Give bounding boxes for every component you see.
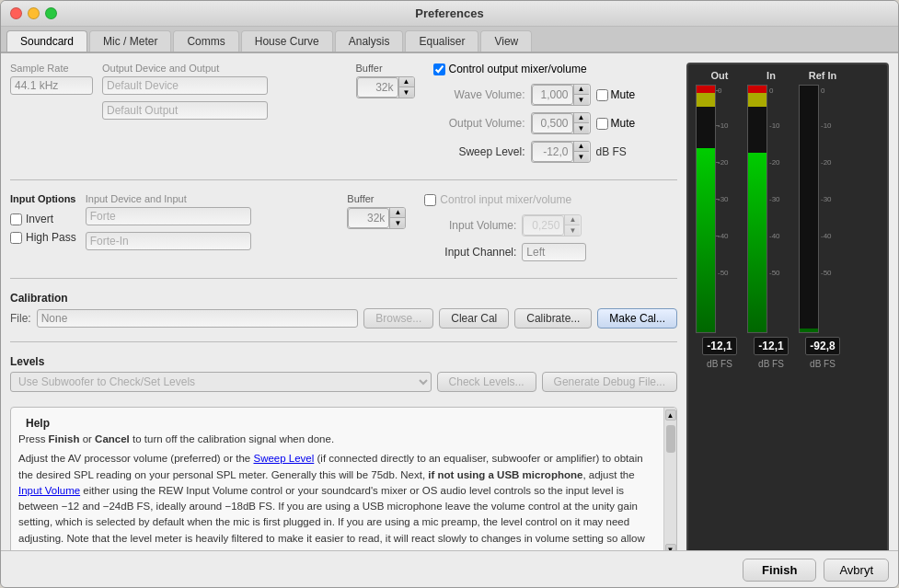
- control-output-checkbox[interactable]: [433, 63, 445, 75]
- buffer-spinbox[interactable]: ▲ ▼: [356, 76, 415, 98]
- levels-section: Levels Use Subwoofer to Check/Set Levels…: [10, 355, 677, 392]
- input-device2-wrapper[interactable]: Forte-In: [86, 232, 339, 250]
- wave-volume-value[interactable]: [532, 85, 573, 105]
- out-green-segment: [697, 148, 716, 332]
- input-device-select[interactable]: Forte: [86, 207, 251, 225]
- sweep-level-value[interactable]: [532, 142, 573, 162]
- input-device2-select[interactable]: Forte-In: [86, 232, 251, 250]
- out-meter-unit: dB FS: [707, 359, 732, 369]
- input-channel-select[interactable]: Left: [522, 243, 586, 261]
- input-channel-wrapper[interactable]: Left: [522, 243, 586, 261]
- input-volume-value[interactable]: [523, 215, 564, 236]
- in-scale: 0 -10 -20 -30 -40 -50: [767, 85, 793, 333]
- output-device-select[interactable]: Default Device: [102, 76, 268, 95]
- output-device-wrapper[interactable]: Default Device: [102, 76, 347, 95]
- ref-green-segment: [800, 329, 819, 332]
- buffer-down-btn[interactable]: ▼: [399, 87, 414, 98]
- in-vol-down[interactable]: ▼: [565, 225, 580, 236]
- input-buf-up[interactable]: ▲: [390, 208, 405, 218]
- tab-mic-meter[interactable]: Mic / Meter: [89, 30, 171, 52]
- cancel-button[interactable]: Avbryt: [824, 559, 889, 582]
- cal-file-input[interactable]: [37, 309, 359, 328]
- out-yellow-segment: [697, 93, 716, 107]
- sample-rate-group: Sample Rate 44.1 kHz: [10, 63, 93, 95]
- input-volume-spinbox[interactable]: ▲ ▼: [522, 214, 582, 236]
- sample-rate-select-wrapper[interactable]: 44.1 kHz: [10, 76, 93, 95]
- generate-debug-button[interactable]: Generate Debug File...: [542, 372, 677, 392]
- make-cal-button[interactable]: Make Cal...: [597, 308, 677, 329]
- scrollbar-thumb[interactable]: [666, 425, 675, 453]
- input-buffer-value[interactable]: [348, 208, 389, 228]
- input-controls-group: Control input mixer/volume Input Volume:…: [424, 193, 677, 265]
- sweep-down[interactable]: ▼: [574, 152, 589, 162]
- maximize-button[interactable]: [45, 7, 57, 19]
- input-buffer-group: Buffer ▲ ▼: [347, 193, 406, 229]
- buffer-value[interactable]: [357, 77, 398, 98]
- wave-vol-down[interactable]: ▼: [574, 95, 589, 105]
- sweep-up[interactable]: ▲: [574, 142, 589, 152]
- out-meter-label: Out: [711, 70, 729, 81]
- browse-button[interactable]: Browse...: [363, 308, 433, 329]
- buffer-group: Buffer ▲ ▼: [356, 63, 415, 98]
- wave-mute-checkbox[interactable]: [596, 89, 608, 101]
- help-content: Press Finish or Cancel to turn off the c…: [18, 432, 656, 550]
- tab-view[interactable]: View: [480, 30, 532, 52]
- invert-checkbox[interactable]: [10, 213, 22, 225]
- tab-equaliser[interactable]: Equaliser: [405, 30, 478, 52]
- tab-soundcard[interactable]: Soundcard: [6, 30, 87, 52]
- input-buffer-label: Buffer: [347, 193, 406, 204]
- in-green-segment: [748, 153, 767, 332]
- minimize-button[interactable]: [28, 7, 40, 19]
- tab-analysis[interactable]: Analysis: [335, 30, 404, 52]
- levels-select-wrapper[interactable]: Use Subwoofer to Check/Set Levels: [10, 372, 432, 392]
- in-meter-value: -12,1: [754, 337, 789, 355]
- output-controls-group: Control output mixer/volume Wave Volume:…: [433, 63, 678, 167]
- out-meter-value: -12,1: [702, 337, 737, 355]
- left-panel: Sample Rate 44.1 kHz Output Device and O…: [10, 63, 677, 550]
- meters-container: Out: [686, 63, 889, 550]
- in-meter-label: In: [766, 70, 776, 81]
- check-levels-button[interactable]: Check Levels...: [437, 372, 536, 392]
- out-vol-down[interactable]: ▼: [574, 123, 589, 133]
- output-mute-checkbox[interactable]: [596, 118, 608, 130]
- high-pass-checkbox[interactable]: [10, 232, 22, 244]
- control-input-checkbox[interactable]: [424, 194, 436, 206]
- scroll-up-btn[interactable]: ▲: [665, 409, 676, 421]
- main-content: Sample Rate 44.1 kHz Output Device and O…: [1, 53, 898, 550]
- input-device-wrapper[interactable]: Forte: [86, 207, 339, 225]
- invert-row: Invert: [10, 213, 76, 225]
- output-volume-value[interactable]: [532, 113, 573, 133]
- wave-volume-spinbox[interactable]: ▲ ▼: [531, 84, 591, 106]
- sample-rate-select[interactable]: 44.1 kHz: [10, 76, 93, 95]
- input-buffer-spinbox[interactable]: ▲ ▼: [347, 207, 406, 229]
- buffer-up-btn[interactable]: ▲: [399, 77, 414, 87]
- output-wrapper[interactable]: Default Output: [102, 101, 347, 120]
- finish-button[interactable]: Finish: [743, 559, 816, 582]
- clear-cal-button[interactable]: Clear Cal: [439, 308, 509, 329]
- output-select[interactable]: Default Output: [102, 101, 268, 120]
- tab-house-curve[interactable]: House Curve: [241, 30, 333, 52]
- input-channel-label: Input Channel:: [424, 246, 516, 259]
- wave-vol-up[interactable]: ▲: [574, 85, 589, 95]
- output-volume-spinbox[interactable]: ▲ ▼: [531, 112, 591, 134]
- calibrate-button[interactable]: Calibrate...: [514, 308, 592, 329]
- help-scrollbar[interactable]: ▲ ▼: [663, 408, 676, 550]
- scroll-down-btn[interactable]: ▼: [665, 544, 676, 550]
- out-vol-up[interactable]: ▲: [574, 113, 589, 123]
- sweep-level-spinbox[interactable]: ▲ ▼: [531, 141, 591, 163]
- bottom-bar: Finish Avbryt: [1, 550, 898, 587]
- invert-label: Invert: [26, 213, 53, 225]
- levels-select[interactable]: Use Subwoofer to Check/Set Levels: [10, 372, 432, 392]
- ref-in-meter-value: -92,8: [805, 337, 840, 355]
- help-title: Help: [18, 413, 656, 432]
- in-yellow-segment: [748, 93, 767, 107]
- output-device-label: Output Device and Output: [102, 63, 347, 74]
- in-vol-up[interactable]: ▲: [565, 215, 580, 225]
- buffer-label: Buffer: [356, 63, 415, 74]
- close-button[interactable]: [10, 7, 22, 19]
- input-volume-link[interactable]: Input Volume: [18, 485, 80, 496]
- tab-comms[interactable]: Comms: [173, 30, 238, 52]
- sweep-level-link[interactable]: Sweep Level: [253, 453, 314, 464]
- input-buf-down[interactable]: ▼: [390, 218, 405, 228]
- levels-title: Levels: [10, 355, 677, 368]
